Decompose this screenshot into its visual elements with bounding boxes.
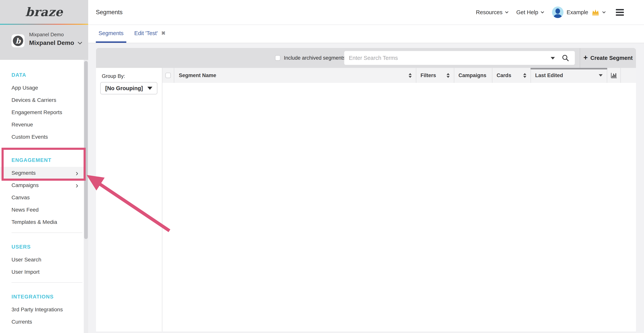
sidebar-item-engagement-reports[interactable]: Engagement Reports [0,106,88,119]
sidebar-item-label: News Feed [12,207,39,213]
column-header-last-edited[interactable]: Last Edited [531,68,607,83]
group-by-dropdown[interactable]: [No Grouping] [100,82,157,94]
include-archived-label: Include archived segments [284,55,346,61]
column-label: Campaigns [458,73,486,79]
braze-dashboard: braze b Mixpanel Demo Mixpanel Demo DATA… [0,0,644,333]
close-tab-icon[interactable]: ✖ [161,30,166,36]
search-input[interactable] [344,51,575,65]
chevron-down-icon [78,40,82,44]
hamburger-bar [616,12,624,13]
column-label: Segment Name [179,73,216,79]
sidebar-item-app-usage[interactable]: App Usage [0,82,88,94]
avatar [552,7,564,18]
sidebar-item-news-feed[interactable]: News Feed [0,204,88,216]
select-all-checkbox[interactable] [166,73,171,78]
bar-chart-icon-cell[interactable] [610,72,617,79]
plus-icon: + [584,54,588,61]
sort-icon[interactable] [523,73,526,78]
sidebar-item-currents[interactable]: Currents [0,316,88,328]
sidebar-section-integrations: INTEGRATIONS [0,290,88,303]
tab-bar: SegmentsEdit 'Test'✖ [88,25,644,43]
chevron-right-icon: › [76,170,78,176]
group-by-panel: Group By: [No Grouping] [96,68,162,331]
dropdown-caret-icon [148,87,152,90]
sidebar-nav: DATAApp UsageDevices & CarriersEngagemen… [0,68,88,328]
sidebar-item-label: 3rd Party Integrations [12,306,63,313]
sidebar-item-canvas[interactable]: Canvas [0,191,88,204]
page-title: Segments [96,9,123,16]
column-header-campaigns[interactable]: Campaigns [454,68,492,83]
sidebar-item-templates-media[interactable]: Templates & Media [0,216,88,228]
sort-asc-icon [523,73,526,75]
sidebar-item-label: Campaigns [12,182,39,188]
segments-table: Segment NameFiltersCampaignsCardsLast Ed… [162,68,636,331]
workspace-switcher[interactable]: b Mixpanel Demo Mixpanel Demo [0,25,88,60]
column-header-segment-name[interactable]: Segment Name [174,68,416,83]
search-box [344,51,575,65]
top-bar-right: Resources Get Help Example [476,7,624,18]
sidebar-item-label: Custom Events [12,134,48,140]
top-bar: Segments Resources Get Help Example [88,0,644,25]
tab-edit-test[interactable]: Edit 'Test'✖ [132,25,168,43]
group-by-value: [No Grouping] [105,85,143,92]
column-header-select[interactable] [162,68,174,83]
sort-asc-icon [446,73,450,75]
sidebar-item-label: Currents [12,319,32,325]
sidebar-item-custom-events[interactable]: Custom Events [0,131,88,143]
get-help-label: Get Help [516,9,538,16]
column-header-cards[interactable]: Cards [492,68,531,83]
column-header-chart[interactable] [607,68,621,83]
sidebar-section-users: USERS [0,240,88,254]
tab-label: Edit 'Test' [134,30,158,37]
sidebar-item-label: Engagement Reports [12,109,62,116]
chevron-right-icon: › [76,182,78,188]
sidebar: braze b Mixpanel Demo Mixpanel Demo DATA… [0,0,88,333]
sidebar-item-user-search[interactable]: User Search [0,254,88,266]
workspace-group-label: Mixpanel Demo [29,32,64,38]
sidebar-item-label: Devices & Carriers [12,97,56,103]
sidebar-item-3rd-party-integrations[interactable]: 3rd Party Integrations [0,303,88,316]
sidebar-item-label: Segments [12,170,36,176]
sidebar-section-data: DATA [0,68,88,82]
tab-label: Segments [98,30,124,37]
user-name: Example [566,9,588,16]
sidebar-item-revenue[interactable]: Revenue [0,119,88,131]
tab-segments[interactable]: Segments [96,25,126,43]
sidebar-item-segments[interactable]: Segments› [0,167,88,179]
sort-desc-icon [599,74,602,77]
sort-icon[interactable] [409,73,412,78]
braze-b-icon: b [13,36,23,46]
search-dropdown-caret[interactable] [551,57,555,60]
column-header-spacer [621,68,636,83]
sidebar-item-user-import[interactable]: User Import [0,266,88,278]
sidebar-scrollbar-track [84,60,88,333]
user-menu[interactable]: Example [552,7,605,18]
hamburger-bar [616,9,624,10]
chevron-down-icon [602,10,606,14]
sort-active-bar [530,68,607,70]
column-header-filters[interactable]: Filters [416,68,454,83]
sidebar-item-label: User Import [12,269,40,275]
include-archived-checkbox[interactable] [275,55,280,61]
sidebar-item-campaigns[interactable]: Campaigns› [0,179,88,191]
column-label: Last Edited [535,73,563,79]
hamburger-bar [616,15,624,16]
sidebar-divider [12,232,82,233]
workspace-app-icon: b [12,34,24,47]
sort-desc-icon [409,76,412,78]
sort-asc-icon [409,73,412,75]
hamburger-menu-icon[interactable] [616,9,624,16]
create-segment-button[interactable]: + Create Segment [580,48,636,68]
braze-logo[interactable]: braze [25,5,63,19]
sidebar-divider [12,282,82,283]
sidebar-item-label: User Search [12,257,42,263]
sort-icon[interactable] [446,73,450,78]
search-icon[interactable] [562,54,570,62]
table-header-row: Segment NameFiltersCampaignsCardsLast Ed… [162,68,636,83]
column-label: Filters [420,73,436,79]
get-help-menu[interactable]: Get Help [516,9,544,16]
sidebar-scrollbar-thumb[interactable] [84,61,88,239]
resources-menu[interactable]: Resources [476,9,508,16]
sidebar-item-devices-carriers[interactable]: Devices & Carriers [0,94,88,106]
workspace-name: Mixpanel Demo [29,39,82,47]
